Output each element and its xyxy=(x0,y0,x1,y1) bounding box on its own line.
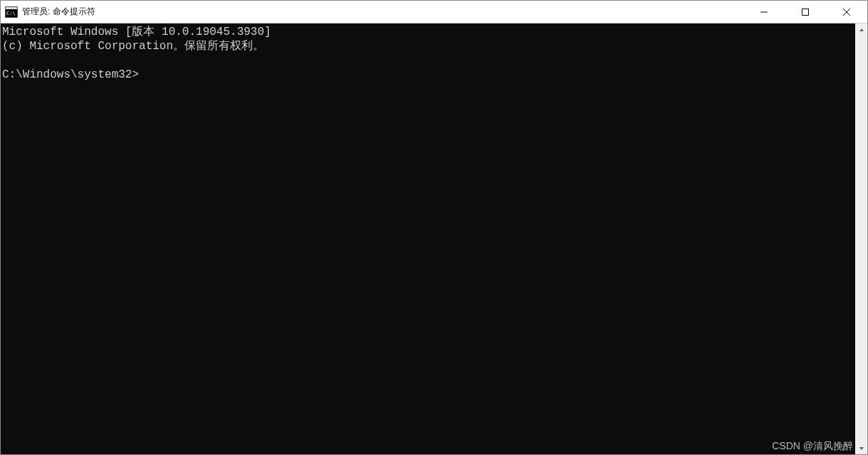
vertical-scrollbar[interactable] xyxy=(855,23,867,454)
terminal-blank-line xyxy=(2,53,855,68)
terminal-line: Microsoft Windows [版本 10.0.19045.3930] xyxy=(2,25,855,39)
minimize-button[interactable] xyxy=(743,1,785,23)
maximize-button[interactable] xyxy=(785,1,826,23)
client-area: Microsoft Windows [版本 10.0.19045.3930](c… xyxy=(1,23,867,454)
scrollbar-up-arrow[interactable] xyxy=(855,23,867,36)
terminal-output[interactable]: Microsoft Windows [版本 10.0.19045.3930](c… xyxy=(1,23,855,454)
terminal-prompt: C:\Windows\system32> xyxy=(2,68,139,81)
scrollbar-down-arrow[interactable] xyxy=(855,442,867,454)
svg-text:C:\: C:\ xyxy=(6,11,16,16)
cmd-icon: C:\ xyxy=(5,6,18,18)
terminal-line: (c) Microsoft Corporation。保留所有权利。 xyxy=(2,39,855,53)
svg-rect-1 xyxy=(6,7,17,9)
window-controls xyxy=(743,1,867,23)
window-title: 管理员: 命令提示符 xyxy=(22,6,95,18)
command-prompt-window: C:\ 管理员: 命令提示符 Microsoft Windows [版本 10.… xyxy=(0,0,868,455)
svg-marker-8 xyxy=(859,447,864,450)
titlebar[interactable]: C:\ 管理员: 命令提示符 xyxy=(1,1,867,23)
close-button[interactable] xyxy=(826,1,867,23)
terminal-prompt-line: C:\Windows\system32> xyxy=(2,68,855,82)
svg-marker-7 xyxy=(859,28,864,31)
scrollbar-track[interactable] xyxy=(855,36,867,442)
svg-rect-4 xyxy=(802,9,809,15)
